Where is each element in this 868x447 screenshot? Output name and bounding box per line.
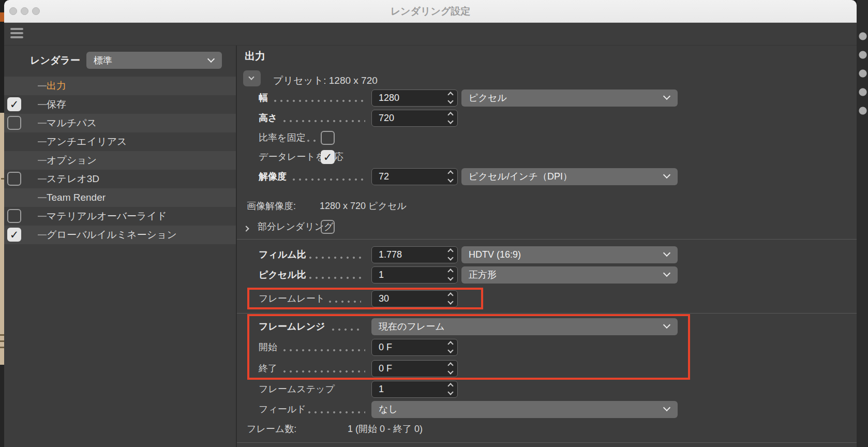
annotation-box-frame-range: [247, 314, 690, 380]
separator: [237, 239, 857, 240]
desktop-edge-orange-fragment: [0, 12, 4, 22]
field-dropdown[interactable]: なし: [371, 401, 678, 418]
height-stepper[interactable]: [448, 113, 453, 123]
chevron-down-icon: [663, 404, 670, 411]
row-adapt-data-rate: データレートを適応 ✓: [4, 148, 857, 166]
row-height: 高さ 720: [4, 109, 857, 127]
minimize-button[interactable]: [21, 7, 28, 15]
separator: [237, 313, 857, 314]
preset-menu-button[interactable]: [243, 70, 261, 86]
desktop-edge-canvas: [0, 113, 4, 365]
image-resolution-value: 1280 x 720 ピクセル: [320, 200, 407, 212]
dotted-leader: [308, 411, 365, 413]
dotted-leader: [309, 257, 365, 259]
film-aspect-stepper[interactable]: [448, 249, 453, 260]
lock-ratio-label: 比率を固定: [259, 131, 305, 144]
zoom-button[interactable]: [32, 7, 40, 15]
dotted-leader: [293, 178, 365, 181]
chevron-down-icon: [663, 171, 670, 178]
render-settings-window: レンダリング設定 レンダラー 標準 出力 ✓ 保存: [4, 0, 857, 447]
pixel-aspect-label: ピクセル比: [259, 269, 306, 281]
pixel-aspect-stepper[interactable]: [448, 270, 453, 280]
pixel-aspect-preset: 正方形: [469, 269, 497, 281]
field-label: フィールド: [259, 403, 306, 415]
resolution-unit-dropdown[interactable]: ピクセル/インチ（DPI）: [461, 168, 678, 185]
resolution-stepper[interactable]: [448, 171, 453, 182]
renderer-label: レンダラー: [30, 54, 80, 67]
frame-step-input[interactable]: 1: [371, 381, 458, 398]
pixel-aspect-dropdown[interactable]: 正方形: [461, 266, 678, 284]
section-title: 出力: [245, 49, 265, 63]
row-width: 幅 1280 ピクセル: [4, 89, 857, 107]
frame-step-value: 1: [379, 384, 384, 395]
row-field: フィールド なし: [4, 400, 857, 418]
adapt-data-rate-checkbox[interactable]: ✓: [321, 150, 335, 164]
window-title: レンダリング設定: [4, 0, 857, 23]
chevron-down-icon: [663, 93, 670, 100]
canvas-mark: [0, 334, 4, 336]
row-resolution: 解像度 72 ピクセル/インチ（DPI）: [4, 168, 857, 185]
disclosure-chevron-icon[interactable]: [243, 226, 249, 231]
close-button[interactable]: [9, 7, 17, 15]
height-label: 高さ: [259, 112, 277, 124]
row-frame-count: フレーム数: 1 (開始 0 - 終了 0): [4, 420, 857, 438]
dotted-leader: [283, 120, 365, 122]
height-input[interactable]: 720: [371, 110, 458, 127]
chevron-down-icon: [663, 249, 670, 257]
titlebar: レンダリング設定: [4, 0, 857, 23]
row-film-aspect: フィルム比 1.778 HDTV (16:9): [4, 246, 857, 263]
resolution-unit-value: ピクセル/インチ（DPI）: [469, 170, 572, 183]
width-unit-value: ピクセル: [469, 92, 507, 104]
width-value: 1280: [379, 93, 399, 103]
image-resolution-label: 画像解像度:: [247, 200, 296, 212]
film-aspect-dropdown[interactable]: HDTV (16:9): [461, 246, 678, 263]
pixel-aspect-value: 1: [379, 270, 384, 280]
row-frame-step: フレームステップ 1: [4, 380, 857, 398]
pixel-aspect-input[interactable]: 1: [371, 266, 458, 284]
preset-text: プリセット: 1280 x 720: [273, 74, 378, 87]
film-aspect-label: フィルム比: [259, 248, 306, 261]
frame-step-label: フレームステップ: [259, 383, 335, 395]
annotation-box-frame-rate: [247, 288, 483, 309]
resolution-label: 解像度: [259, 170, 287, 183]
dotted-leader: [274, 100, 365, 102]
field-value: なし: [379, 403, 398, 415]
row-render-region: 部分レンダリング: [4, 218, 857, 235]
renderer-dropdown[interactable]: 標準: [86, 52, 222, 69]
film-aspect-value: 1.778: [379, 249, 402, 260]
width-input[interactable]: 1280: [371, 90, 458, 107]
frame-step-stepper[interactable]: [448, 384, 453, 394]
film-aspect-input[interactable]: 1.778: [371, 246, 458, 263]
desktop-palette-dots: [858, 30, 868, 118]
canvas-mark: [0, 347, 4, 348]
frame-count-value: 1 (開始 0 - 終了 0): [348, 423, 423, 435]
renderer-dropdown-value: 標準: [94, 54, 112, 67]
chevron-down-icon: [207, 55, 215, 62]
width-label: 幅: [259, 92, 268, 104]
width-stepper[interactable]: [448, 93, 453, 103]
row-pixel-aspect: ピクセル比 1 正方形: [4, 266, 857, 284]
screen: レンダリング設定 レンダラー 標準 出力 ✓ 保存: [0, 0, 868, 447]
desktop-edge-left-bottom: [0, 365, 4, 447]
height-value: 720: [379, 113, 394, 124]
dotted-leader: [309, 277, 365, 279]
canvas-mark: [0, 340, 4, 342]
check-icon: ✓: [323, 151, 333, 163]
separator: [237, 442, 857, 443]
row-image-resolution: 画像解像度: 1280 x 720 ピクセル: [4, 197, 857, 215]
tree-tick: [38, 85, 47, 86]
resolution-value: 72: [379, 171, 389, 182]
menu-icon[interactable]: [4, 23, 29, 46]
film-aspect-preset: HDTV (16:9): [469, 249, 521, 260]
render-region-checkbox[interactable]: [321, 220, 335, 234]
row-lock-ratio: 比率を固定: [4, 129, 857, 146]
frame-count-label: フレーム数:: [247, 423, 296, 435]
chevron-down-icon: [248, 74, 254, 80]
lock-ratio-checkbox[interactable]: [321, 131, 335, 145]
dotted-leader: [307, 140, 318, 142]
width-unit-dropdown[interactable]: ピクセル: [461, 90, 678, 107]
chevron-down-icon: [663, 270, 670, 277]
resolution-input[interactable]: 72: [371, 168, 458, 185]
tree-tick: [38, 216, 47, 217]
toolbar: [4, 23, 857, 46]
